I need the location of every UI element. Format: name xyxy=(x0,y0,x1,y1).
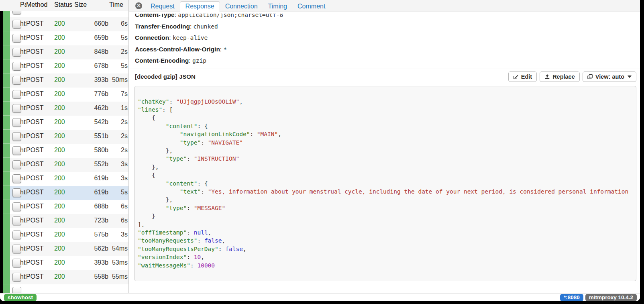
flow-size: 551b xyxy=(74,133,108,140)
flow-row[interactable]: htt POST 200 688b 6s xyxy=(0,200,128,214)
flow-row[interactable] xyxy=(0,284,128,293)
flow-row[interactable] xyxy=(0,11,128,17)
flow-method: POST xyxy=(26,273,44,280)
flow-row[interactable]: htt POST 200 776b 7s xyxy=(0,88,128,102)
flow-status: 200 xyxy=(54,147,65,154)
flow-method: POST xyxy=(26,48,44,55)
flow-method: POST xyxy=(26,175,44,182)
tab-comment[interactable]: Comment xyxy=(292,2,330,12)
flow-rows: htt POST 200 660b 6s htt POST 200 659b 5… xyxy=(0,11,128,293)
flow-marker xyxy=(3,270,10,284)
response-header-line[interactable]: Transfer-Encoding: chunked xyxy=(135,21,640,33)
flow-row[interactable]: htt POST 200 619b 5s xyxy=(0,186,128,200)
flow-method: POST xyxy=(26,189,44,196)
edit-button[interactable]: Edit xyxy=(508,71,537,82)
flow-size: 558b xyxy=(74,273,108,280)
flow-time: 54ms xyxy=(109,245,128,252)
body-meta-row: [decoded gzip] JSON Edit Rep xyxy=(135,71,636,82)
tab-request[interactable]: Request xyxy=(145,2,180,12)
flow-method: POST xyxy=(26,147,44,154)
column-header-status[interactable]: Status xyxy=(54,1,72,8)
flow-row[interactable]: htt POST 200 542b 2s xyxy=(0,116,128,130)
flow-path: htt xyxy=(20,203,26,210)
divider xyxy=(129,69,640,69)
flow-path: htt xyxy=(20,189,26,196)
response-header-line[interactable]: Content-Encoding: gzip xyxy=(135,55,640,67)
column-header-size[interactable]: Size xyxy=(74,1,87,8)
flow-method: POST xyxy=(26,34,44,41)
flow-status: 200 xyxy=(54,189,65,196)
flow-method: POST xyxy=(26,259,44,266)
flow-row[interactable]: htt POST 200 848b 2s xyxy=(0,45,128,59)
view-mode-button[interactable]: View: auto xyxy=(583,71,636,82)
response-header-line[interactable]: Content-Type: application/json;charset=u… xyxy=(135,14,640,21)
tab-timing[interactable]: Timing xyxy=(263,2,292,12)
edit-button-label: Edit xyxy=(521,73,532,80)
flow-row[interactable]: htt POST 200 393b 53ms xyxy=(0,256,128,270)
close-icon[interactable]: ✕ xyxy=(135,2,142,9)
flow-path: htt xyxy=(20,133,26,140)
flow-size: 619b xyxy=(74,189,108,196)
flow-marker xyxy=(3,242,10,256)
flow-marker xyxy=(3,256,10,270)
flow-time: 53ms xyxy=(109,259,128,266)
flow-method: POST xyxy=(26,217,44,224)
flow-time: 7s xyxy=(109,90,128,98)
flow-marker xyxy=(3,116,10,130)
flow-size: 542b xyxy=(74,118,108,126)
body-toolbar: Edit Replace View: auto xyxy=(508,71,636,82)
flow-row[interactable]: htt POST 200 660b 6s xyxy=(0,17,128,31)
flow-row[interactable]: htt POST 200 619b 3s xyxy=(0,172,128,186)
flow-row[interactable]: htt POST 200 558b 55ms xyxy=(0,270,128,284)
flow-row[interactable]: htt POST 200 562b 54ms xyxy=(0,242,128,256)
flow-row[interactable]: htt POST 200 659b 5s xyxy=(0,31,128,45)
flow-size: 462b xyxy=(74,104,108,112)
flow-method: POST xyxy=(26,245,44,252)
tab-connection[interactable]: Connection xyxy=(220,2,263,12)
header-name: Content-Type xyxy=(135,14,175,18)
flow-status: 200 xyxy=(54,62,65,69)
replace-button[interactable]: Replace xyxy=(540,71,580,82)
flow-row[interactable]: htt POST 200 723b 6s xyxy=(0,214,128,228)
flow-path: htt xyxy=(20,90,26,98)
flow-row[interactable]: htt POST 200 575b 3s xyxy=(0,228,128,242)
flow-method: POST xyxy=(26,231,44,238)
flow-path: htt xyxy=(20,104,26,112)
flow-method: POST xyxy=(26,20,44,27)
flow-path: htt xyxy=(20,20,26,27)
flow-time: 50ms xyxy=(109,76,128,84)
column-header-method[interactable]: Method xyxy=(26,1,47,8)
flow-size: 660b xyxy=(74,20,108,27)
main-content: Path Method Status Size Time htt POST 20… xyxy=(0,0,640,293)
flow-path: htt xyxy=(20,34,26,41)
flow-path: htt xyxy=(20,118,26,126)
column-header-path[interactable]: Path xyxy=(20,1,26,8)
flow-status: 200 xyxy=(54,90,65,98)
flow-marker xyxy=(3,73,10,88)
flow-row[interactable]: htt POST 200 678b 5s xyxy=(0,59,128,73)
flow-size: 552b xyxy=(74,161,108,168)
flow-time: 3s xyxy=(109,175,128,182)
response-header-line[interactable]: Access-Control-Allow-Origin: * xyxy=(135,44,640,55)
flow-status: 200 xyxy=(54,259,65,266)
copy-icon xyxy=(587,74,593,80)
flow-size: 776b xyxy=(74,90,108,98)
flow-size: 575b xyxy=(74,231,108,238)
flow-path: htt xyxy=(20,231,26,238)
flow-status: 200 xyxy=(54,161,65,168)
response-header-line[interactable]: Connection: keep-alive xyxy=(135,32,640,44)
header-value: * xyxy=(223,46,227,53)
flow-method: POST xyxy=(26,133,44,140)
flow-row[interactable]: htt POST 200 580b 2s xyxy=(0,144,128,158)
flow-row[interactable]: htt POST 200 393b 50ms xyxy=(0,73,128,88)
flow-row[interactable]: htt POST 200 552b 3s xyxy=(0,158,128,172)
column-header-time[interactable]: Time xyxy=(109,1,123,8)
flow-size: 393b xyxy=(74,259,108,266)
flow-marker xyxy=(3,130,10,144)
header-value: keep-alive xyxy=(173,35,208,41)
header-value: application/json;charset=utf-8 xyxy=(178,14,283,18)
tab-response[interactable]: Response xyxy=(180,1,220,12)
flow-row[interactable]: htt POST 200 551b 2s xyxy=(0,130,128,144)
flow-row[interactable]: htt POST 200 462b 1s xyxy=(0,102,128,116)
flow-path: htt xyxy=(20,217,26,224)
